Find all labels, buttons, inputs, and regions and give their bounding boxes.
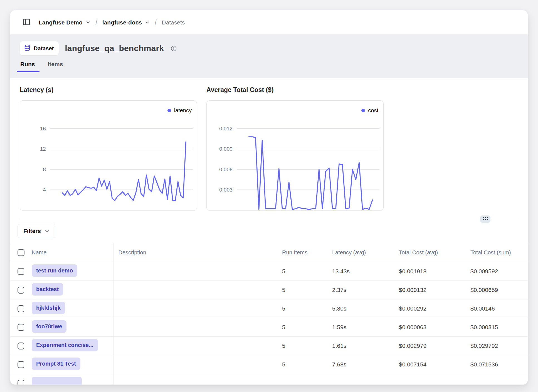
breadcrumb: Langfuse Demo / langfuse-docs / Datasets (39, 18, 185, 27)
page: Langfuse Demo / langfuse-docs / Datasets (0, 0, 538, 392)
row-checkbox-cell (10, 299, 24, 318)
run-items-cell (277, 374, 327, 385)
total-cost-avg-cell: $0.000063 (394, 318, 465, 337)
row-checkbox[interactable] (18, 287, 24, 294)
run-items-cell: 5 (277, 318, 327, 337)
table-row: hjkfdshjk55.30s$0.000292$0.00146 (10, 299, 528, 318)
run-name-badge[interactable]: test run demo (32, 264, 77, 277)
chevron-down-icon (45, 229, 50, 234)
run-items-cell: 5 (277, 337, 327, 355)
total-cost-sum-cell: $0.000315 (465, 318, 528, 337)
run-name-cell: hjkfdshjk (24, 299, 113, 318)
table-row: backtest52.37s$0.000132$0.000659 (10, 281, 528, 299)
row-checkbox[interactable] (18, 380, 24, 385)
cost-chart-svg: 0.0120.0090.0060.003 (207, 101, 383, 211)
column-header-latency-avg: Latency (avg) (327, 243, 394, 262)
row-checkbox-cell (10, 337, 24, 355)
total-cost-avg-cell: $0.002979 (394, 337, 465, 355)
svg-text:0.009: 0.009 (219, 146, 232, 152)
breadcrumb-section[interactable]: Datasets (162, 19, 185, 26)
column-header-run-items: Run Items (277, 243, 327, 262)
row-checkbox-cell (10, 318, 24, 337)
row-checkbox[interactable] (18, 361, 24, 368)
row-checkbox[interactable] (18, 343, 24, 349)
run-name-cell: foo78riwe (24, 318, 113, 337)
legend-dot-icon (167, 109, 171, 112)
drag-handle[interactable] (480, 215, 490, 223)
run-name-cell: Prompt 81 Test (24, 355, 113, 374)
latency-chart-block: Latency (s) 161284 latency (20, 86, 197, 211)
total-cost-avg-cell: $0.007154 (394, 355, 465, 374)
tab-items[interactable]: Items (48, 61, 63, 72)
total-cost-sum-cell: $0.000659 (465, 281, 528, 299)
cost-legend: cost (361, 107, 378, 114)
run-name-badge[interactable] (32, 377, 82, 385)
run-name-badge[interactable]: backtest (32, 283, 63, 296)
run-name-cell: test run demo (24, 262, 113, 281)
cost-chart-title: Average Total Cost ($) (206, 86, 384, 94)
legend-label: cost (368, 107, 378, 114)
runs-table: Name Description Run Items Latency (avg)… (10, 243, 528, 384)
run-description-cell (113, 337, 277, 355)
dataset-badge: Dataset (20, 41, 59, 55)
run-items-cell: 5 (277, 262, 327, 281)
workspace-label: Langfuse Demo (39, 19, 83, 26)
row-checkbox-cell (10, 374, 24, 385)
tabs: Runs Items (20, 61, 518, 72)
section-divider (20, 219, 518, 219)
run-name-badge[interactable]: Experiment concise... (32, 339, 98, 351)
filters-row: Filters (10, 219, 528, 243)
total-cost-sum-cell: $0.071536 (465, 355, 528, 374)
breadcrumb-workspace[interactable]: Langfuse Demo (39, 19, 90, 26)
legend-label: latency (174, 107, 192, 114)
row-checkbox[interactable] (18, 324, 24, 331)
latency-chart-card: 161284 latency (20, 100, 197, 211)
column-header-name: Name (24, 243, 113, 262)
filters-button-label: Filters (23, 228, 41, 234)
tab-runs[interactable]: Runs (20, 61, 35, 72)
table-header-row: Name Description Run Items Latency (avg)… (10, 243, 528, 262)
chevron-down-icon (145, 19, 150, 26)
row-checkbox[interactable] (18, 305, 24, 312)
total-cost-sum-cell: $0.00146 (465, 299, 528, 318)
run-items-cell: 5 (277, 299, 327, 318)
svg-text:0.006: 0.006 (219, 167, 232, 172)
latency-avg-cell (327, 374, 394, 385)
row-checkbox-cell (10, 281, 24, 299)
column-header-total-cost-sum: Total Cost (sum) (465, 243, 528, 262)
total-cost-sum-cell: $0.029792 (465, 337, 528, 355)
run-items-cell: 5 (277, 355, 327, 374)
svg-text:0.003: 0.003 (219, 187, 232, 193)
charts-section: Latency (s) 161284 latency Average Total… (10, 78, 528, 219)
breadcrumb-project[interactable]: langfuse-docs (102, 19, 150, 26)
sidebar-toggle-button[interactable] (21, 17, 32, 28)
select-all-checkbox[interactable] (18, 249, 24, 256)
run-name-cell: Experiment concise... (24, 337, 113, 355)
latency-legend: latency (167, 107, 192, 114)
page-title: langfuse_qa_benchmark (65, 44, 164, 53)
runs-table-wrap: Name Description Run Items Latency (avg)… (10, 243, 528, 384)
info-icon[interactable] (171, 45, 177, 52)
column-header-description: Description (113, 243, 277, 262)
run-description-cell (113, 374, 277, 385)
latency-chart-svg: 161284 (20, 101, 197, 211)
run-name-badge[interactable]: foo78riwe (32, 320, 66, 333)
run-name-cell: backtest (24, 281, 113, 299)
run-name-badge[interactable]: Prompt 81 Test (32, 358, 80, 370)
row-checkbox[interactable] (18, 268, 24, 275)
run-name-badge[interactable]: hjkfdshjk (32, 302, 65, 314)
project-label: langfuse-docs (102, 19, 142, 26)
total-cost-sum-cell: $0.009592 (465, 262, 528, 281)
total-cost-avg-cell: $0.000292 (394, 299, 465, 318)
select-all-cell (10, 243, 24, 262)
row-checkbox-cell (10, 355, 24, 374)
run-description-cell (113, 281, 277, 299)
table-row: Experiment concise...51.61s$0.002979$0.0… (10, 337, 528, 355)
total-cost-sum-cell (465, 374, 528, 385)
filters-button[interactable]: Filters (18, 224, 55, 238)
svg-text:0.012: 0.012 (219, 126, 232, 132)
cost-chart-card: 0.0120.0090.0060.003 cost (206, 100, 384, 211)
svg-text:16: 16 (40, 126, 46, 132)
grip-dots-icon (482, 217, 488, 222)
total-cost-avg-cell (394, 374, 465, 385)
